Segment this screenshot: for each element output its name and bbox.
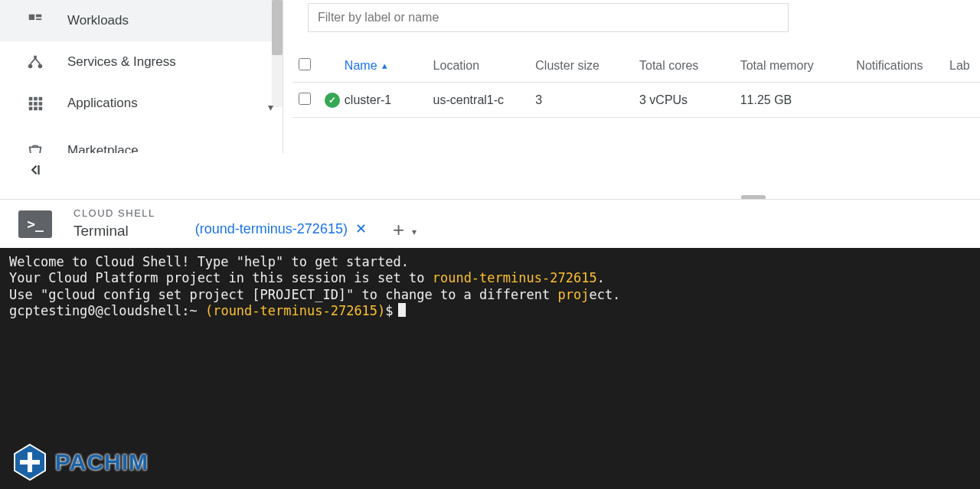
clusters-table: Name ▴ Location Cluster size Total cores… bbox=[292, 49, 980, 118]
terminal-text: ~ bbox=[189, 303, 197, 318]
sidebar-item-applications[interactable]: Applications bbox=[0, 83, 283, 124]
svg-point-3 bbox=[28, 64, 33, 69]
row-total-cores-cell: 3 vCPUs bbox=[639, 93, 740, 107]
row-status-cell: ✓ bbox=[320, 93, 345, 108]
cluster-name-link[interactable]: cluster-1 bbox=[345, 93, 391, 106]
svg-rect-10 bbox=[34, 102, 38, 106]
terminal-text: $ bbox=[385, 303, 393, 318]
terminal-text: ect. bbox=[589, 287, 620, 302]
table-header-row: Name ▴ Location Cluster size Total cores… bbox=[292, 49, 980, 83]
svg-rect-13 bbox=[34, 107, 38, 111]
main-content: Name ▴ Location Cluster size Total cores… bbox=[283, 0, 980, 199]
filter-input[interactable] bbox=[308, 3, 789, 32]
terminal-project-id: round-terminus-272615 bbox=[433, 270, 597, 285]
terminal-output[interactable]: Welcome to Cloud Shell! Type "help" to g… bbox=[0, 248, 980, 489]
sidebar-item-label: Services & Ingress bbox=[67, 54, 176, 70]
sidebar-item-marketplace[interactable]: Marketplace bbox=[0, 130, 283, 153]
cloud-shell-titles: CLOUD SHELL Terminal bbox=[74, 207, 155, 240]
upper-panel: Workloads Services & Ingress Application… bbox=[0, 0, 980, 199]
terminal-highlight: proj bbox=[557, 287, 589, 302]
svg-rect-1 bbox=[36, 15, 41, 18]
status-ok-icon: ✓ bbox=[325, 93, 340, 108]
cloud-shell-terminal-label: Terminal bbox=[74, 223, 155, 240]
sidebar-item-label: Marketplace bbox=[67, 143, 139, 153]
row-name-cell: cluster-1 bbox=[345, 93, 433, 107]
column-header-total-cores[interactable]: Total cores bbox=[639, 59, 740, 73]
collapse-sidebar-button[interactable] bbox=[26, 161, 44, 179]
cloud-shell-header: >_ CLOUD SHELL Terminal (round-terminus-… bbox=[0, 199, 980, 248]
sort-ascending-icon: ▴ bbox=[382, 60, 387, 71]
column-header-total-memory[interactable]: Total memory bbox=[740, 59, 857, 73]
terminal-text: : bbox=[181, 303, 189, 318]
cloud-shell-tab-label: (round-terminus-272615) bbox=[195, 221, 348, 237]
svg-point-4 bbox=[38, 64, 42, 69]
terminal-line: Welcome to Cloud Shell! Type "help" to g… bbox=[9, 254, 409, 269]
column-header-cluster-size[interactable]: Cluster size bbox=[535, 59, 639, 73]
header-checkbox-cell bbox=[292, 58, 320, 73]
applications-icon bbox=[26, 94, 44, 112]
row-checkbox[interactable] bbox=[299, 93, 311, 105]
cloud-shell-tabs: (round-terminus-272615) ✕ + ▾ bbox=[191, 200, 416, 248]
svg-rect-9 bbox=[29, 102, 33, 106]
terminal-line: Your Cloud Platform project in this sess… bbox=[9, 270, 433, 285]
terminal-cursor bbox=[398, 303, 406, 317]
add-tab-button[interactable]: + bbox=[393, 218, 404, 242]
column-header-label: Name bbox=[345, 59, 377, 73]
row-total-memory-cell: 11.25 GB bbox=[740, 93, 857, 107]
column-header-location[interactable]: Location bbox=[433, 59, 536, 73]
column-header-name[interactable]: Name ▴ bbox=[345, 59, 433, 73]
sidebar-expand-caret[interactable]: ▾ bbox=[263, 99, 278, 115]
sidebar: Workloads Services & Ingress Application… bbox=[0, 0, 283, 153]
sidebar-item-workloads[interactable]: Workloads bbox=[0, 0, 283, 41]
collapse-sidebar-row bbox=[26, 161, 44, 179]
svg-rect-6 bbox=[29, 97, 33, 101]
svg-rect-14 bbox=[39, 107, 43, 111]
cloud-shell-label: CLOUD SHELL bbox=[74, 207, 155, 220]
row-checkbox-cell bbox=[292, 93, 320, 108]
cloud-shell-icon: >_ bbox=[18, 210, 52, 238]
svg-rect-0 bbox=[29, 15, 34, 20]
terminal-text: . bbox=[597, 270, 605, 285]
close-icon[interactable]: ✕ bbox=[355, 220, 367, 237]
terminal-prompt-project: (round-terminus-272615) bbox=[205, 303, 385, 318]
table-row[interactable]: ✓ cluster-1 us-central1-c 3 3 vCPUs 11.2… bbox=[292, 83, 980, 118]
add-tab-menu-caret[interactable]: ▾ bbox=[412, 227, 416, 237]
sidebar-scrollbar-track[interactable] bbox=[272, 0, 283, 107]
svg-rect-8 bbox=[39, 97, 43, 101]
terminal-line: Use "gcloud config set project [PROJECT_… bbox=[9, 287, 557, 302]
sidebar-item-label: Workloads bbox=[67, 13, 129, 28]
cloud-shell-panel: >_ CLOUD SHELL Terminal (round-terminus-… bbox=[0, 199, 980, 489]
row-location-cell: us-central1-c bbox=[433, 93, 536, 107]
sidebar-item-services[interactable]: Services & Ingress bbox=[0, 41, 283, 83]
marketplace-icon bbox=[26, 142, 44, 153]
workloads-icon bbox=[26, 11, 44, 30]
sidebar-item-label: Applications bbox=[67, 96, 138, 111]
column-header-labels[interactable]: Lab bbox=[949, 59, 980, 73]
terminal-prompt-user: gcptesting0@cloudshell bbox=[9, 303, 181, 318]
column-header-notifications[interactable]: Notifications bbox=[856, 59, 949, 73]
select-all-checkbox[interactable] bbox=[299, 58, 311, 70]
svg-rect-2 bbox=[36, 18, 41, 20]
svg-rect-11 bbox=[39, 102, 43, 106]
svg-rect-5 bbox=[34, 56, 37, 59]
services-icon bbox=[26, 53, 44, 71]
sidebar-scrollbar-thumb[interactable] bbox=[272, 0, 283, 55]
svg-rect-12 bbox=[29, 107, 33, 111]
svg-rect-7 bbox=[34, 97, 38, 101]
row-cluster-size-cell: 3 bbox=[535, 93, 639, 107]
